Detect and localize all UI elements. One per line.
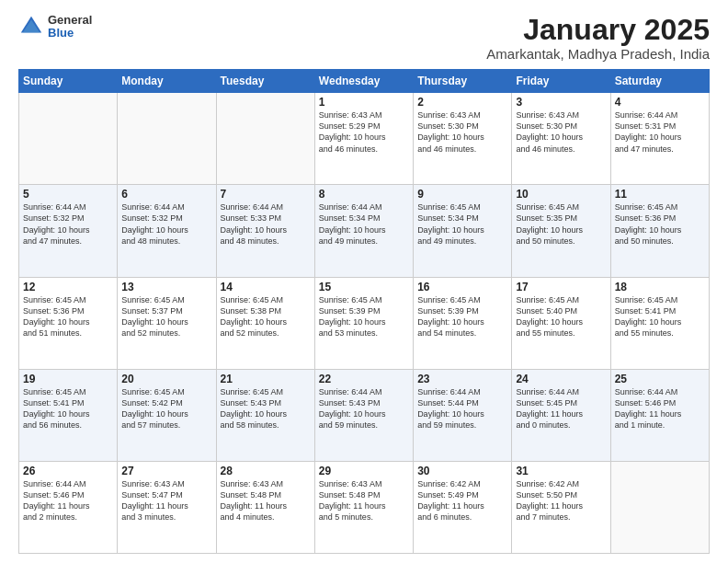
title-block: January 2025 Amarkantak, Madhya Pradesh,… [486,14,710,62]
day-info: Sunrise: 6:43 AM Sunset: 5:47 PM Dayligh… [121,478,211,523]
calendar-cell: 4Sunrise: 6:44 AM Sunset: 5:31 PM Daylig… [610,93,709,185]
day-info: Sunrise: 6:43 AM Sunset: 5:30 PM Dayligh… [417,109,507,155]
day-info: Sunrise: 6:44 AM Sunset: 5:32 PM Dayligh… [121,201,211,247]
calendar-cell: 21Sunrise: 6:45 AM Sunset: 5:43 PM Dayli… [216,369,314,461]
calendar-cell: 25Sunrise: 6:44 AM Sunset: 5:46 PM Dayli… [610,369,709,461]
day-info: Sunrise: 6:45 AM Sunset: 5:41 PM Dayligh… [23,386,113,431]
calendar-cell: 13Sunrise: 6:45 AM Sunset: 5:37 PM Dayli… [118,277,216,369]
calendar-location: Amarkantak, Madhya Pradesh, India [486,46,710,62]
day-info: Sunrise: 6:44 AM Sunset: 5:31 PM Dayligh… [615,109,705,155]
logo-general-text: General [48,14,92,27]
day-number: 6 [121,188,211,201]
day-number: 31 [516,465,606,477]
day-number: 15 [319,281,409,293]
day-number: 9 [417,188,507,201]
day-number: 1 [319,96,409,109]
day-info: Sunrise: 6:45 AM Sunset: 5:36 PM Dayligh… [615,201,705,247]
day-info: Sunrise: 6:44 AM Sunset: 5:46 PM Dayligh… [23,478,113,523]
day-number: 22 [319,373,409,385]
calendar-cell: 3Sunrise: 6:43 AM Sunset: 5:30 PM Daylig… [512,93,610,185]
calendar-cell: 1Sunrise: 6:43 AM Sunset: 5:29 PM Daylig… [314,93,413,185]
day-number: 11 [615,188,705,201]
day-number: 3 [516,96,606,109]
calendar-cell [19,93,118,185]
day-number: 20 [121,373,211,385]
col-wednesday: Wednesday [314,70,413,93]
day-info: Sunrise: 6:42 AM Sunset: 5:49 PM Dayligh… [417,478,507,523]
col-monday: Monday [118,70,216,93]
calendar-cell: 30Sunrise: 6:42 AM Sunset: 5:49 PM Dayli… [414,461,512,553]
calendar-cell: 11Sunrise: 6:45 AM Sunset: 5:36 PM Dayli… [610,185,709,277]
day-number: 10 [516,188,606,201]
day-number: 2 [417,96,507,109]
calendar-title: January 2025 [486,14,710,46]
day-info: Sunrise: 6:45 AM Sunset: 5:38 PM Dayligh… [221,294,311,339]
calendar-row-2: 5Sunrise: 6:44 AM Sunset: 5:32 PM Daylig… [19,185,710,277]
day-number: 12 [23,281,113,293]
logo-blue-text: Blue [48,27,92,40]
calendar-row-5: 26Sunrise: 6:44 AM Sunset: 5:46 PM Dayli… [19,461,710,553]
day-number: 4 [615,96,705,109]
day-info: Sunrise: 6:43 AM Sunset: 5:48 PM Dayligh… [221,478,311,523]
day-info: Sunrise: 6:45 AM Sunset: 5:37 PM Dayligh… [121,294,211,339]
calendar-cell: 18Sunrise: 6:45 AM Sunset: 5:41 PM Dayli… [610,277,709,369]
day-number: 25 [615,373,705,385]
calendar-row-4: 19Sunrise: 6:45 AM Sunset: 5:41 PM Dayli… [19,369,710,461]
day-info: Sunrise: 6:45 AM Sunset: 5:42 PM Dayligh… [121,386,211,431]
day-number: 28 [221,465,311,477]
day-number: 24 [516,373,606,385]
day-info: Sunrise: 6:43 AM Sunset: 5:29 PM Dayligh… [319,109,409,155]
calendar-cell: 19Sunrise: 6:45 AM Sunset: 5:41 PM Dayli… [19,369,118,461]
day-info: Sunrise: 6:45 AM Sunset: 5:40 PM Dayligh… [516,294,606,339]
header: General Blue January 2025 Amarkantak, Ma… [18,14,710,62]
day-info: Sunrise: 6:42 AM Sunset: 5:50 PM Dayligh… [516,478,606,523]
day-number: 23 [417,373,507,385]
col-thursday: Thursday [414,70,512,93]
day-info: Sunrise: 6:45 AM Sunset: 5:35 PM Dayligh… [516,201,606,247]
day-info: Sunrise: 6:44 AM Sunset: 5:34 PM Dayligh… [319,201,409,247]
day-info: Sunrise: 6:45 AM Sunset: 5:41 PM Dayligh… [615,294,705,339]
calendar-cell: 5Sunrise: 6:44 AM Sunset: 5:32 PM Daylig… [19,185,118,277]
page: General Blue January 2025 Amarkantak, Ma… [0,0,728,563]
calendar-row-3: 12Sunrise: 6:45 AM Sunset: 5:36 PM Dayli… [19,277,710,369]
calendar-cell: 8Sunrise: 6:44 AM Sunset: 5:34 PM Daylig… [314,185,413,277]
calendar-cell: 23Sunrise: 6:44 AM Sunset: 5:44 PM Dayli… [414,369,512,461]
day-info: Sunrise: 6:44 AM Sunset: 5:45 PM Dayligh… [516,386,606,431]
day-number: 14 [221,281,311,293]
day-number: 30 [417,465,507,477]
calendar-cell: 10Sunrise: 6:45 AM Sunset: 5:35 PM Dayli… [512,185,610,277]
day-info: Sunrise: 6:44 AM Sunset: 5:44 PM Dayligh… [417,386,507,431]
day-info: Sunrise: 6:45 AM Sunset: 5:43 PM Dayligh… [221,386,311,431]
calendar-cell: 14Sunrise: 6:45 AM Sunset: 5:38 PM Dayli… [216,277,314,369]
header-row: Sunday Monday Tuesday Wednesday Thursday… [19,70,710,93]
day-number: 26 [23,465,113,477]
calendar-row-1: 1Sunrise: 6:43 AM Sunset: 5:29 PM Daylig… [19,93,710,185]
day-number: 7 [221,188,311,201]
calendar-cell: 29Sunrise: 6:43 AM Sunset: 5:48 PM Dayli… [314,461,413,553]
day-number: 18 [615,281,705,293]
calendar-cell: 12Sunrise: 6:45 AM Sunset: 5:36 PM Dayli… [19,277,118,369]
col-tuesday: Tuesday [216,70,314,93]
day-number: 17 [516,281,606,293]
day-number: 8 [319,188,409,201]
calendar-cell: 27Sunrise: 6:43 AM Sunset: 5:47 PM Dayli… [118,461,216,553]
logo-text: General Blue [48,14,92,40]
calendar-cell: 6Sunrise: 6:44 AM Sunset: 5:32 PM Daylig… [118,185,216,277]
day-number: 21 [221,373,311,385]
calendar-cell: 24Sunrise: 6:44 AM Sunset: 5:45 PM Dayli… [512,369,610,461]
logo-icon [18,14,44,40]
calendar-cell [610,461,709,553]
day-info: Sunrise: 6:44 AM Sunset: 5:32 PM Dayligh… [23,201,113,247]
day-info: Sunrise: 6:44 AM Sunset: 5:43 PM Dayligh… [319,386,409,431]
calendar-cell: 2Sunrise: 6:43 AM Sunset: 5:30 PM Daylig… [414,93,512,185]
calendar-cell [118,93,216,185]
day-number: 16 [417,281,507,293]
col-saturday: Saturday [610,70,709,93]
day-number: 5 [23,188,113,201]
calendar-cell: 17Sunrise: 6:45 AM Sunset: 5:40 PM Dayli… [512,277,610,369]
col-friday: Friday [512,70,610,93]
day-info: Sunrise: 6:45 AM Sunset: 5:34 PM Dayligh… [417,201,507,247]
calendar-cell: 28Sunrise: 6:43 AM Sunset: 5:48 PM Dayli… [216,461,314,553]
calendar-cell: 20Sunrise: 6:45 AM Sunset: 5:42 PM Dayli… [118,369,216,461]
calendar-table: Sunday Monday Tuesday Wednesday Thursday… [18,69,710,554]
